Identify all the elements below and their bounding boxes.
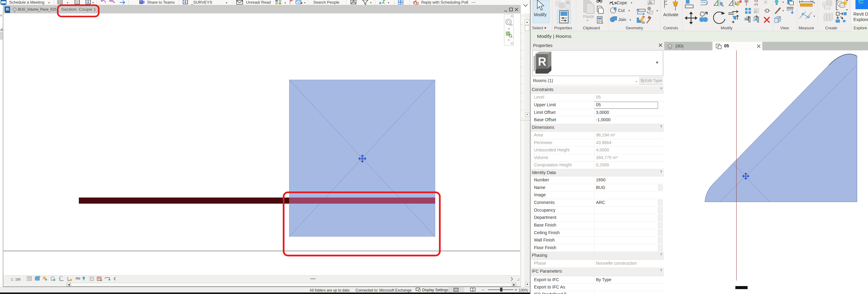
svg-text:T: T bbox=[140, 1, 142, 4]
svg-text:R: R bbox=[538, 55, 546, 68]
svg-text:2D: 2D bbox=[509, 24, 513, 26]
svg-text:a: a bbox=[379, 0, 381, 5]
svg-text:R: R bbox=[6, 7, 9, 11]
